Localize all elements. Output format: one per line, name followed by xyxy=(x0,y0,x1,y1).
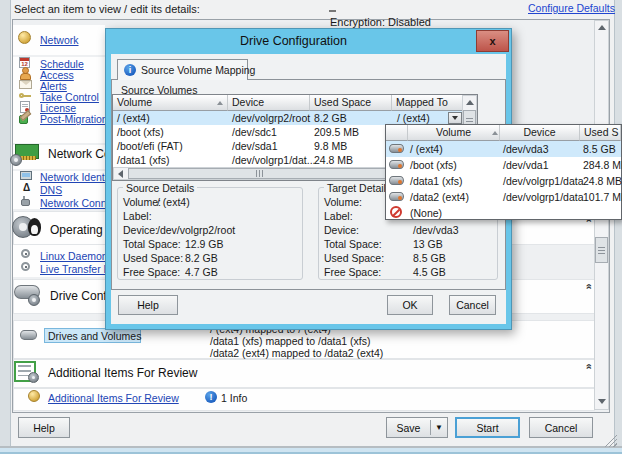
mapped-to-dropdown-button[interactable] xyxy=(448,112,462,124)
network-identification-icon xyxy=(20,171,32,180)
field-value: 4.5 GB xyxy=(413,266,446,278)
dropdown-column-volume[interactable]: Volume xyxy=(408,125,500,141)
column-header-device[interactable]: Device xyxy=(228,95,310,111)
dropdown-column-used[interactable]: Used S xyxy=(580,125,621,141)
field-label: Volume: xyxy=(324,196,362,208)
tab-source-volume-mapping[interactable]: i Source Volume Mapping xyxy=(117,59,248,80)
save-dropdown-arrow-icon[interactable]: ▼ xyxy=(431,423,447,432)
option-used: 8.5 GB xyxy=(583,142,616,156)
field-value: 13 GB xyxy=(413,238,443,250)
drives-and-volumes-label: Drives and Volumes xyxy=(48,330,141,342)
field-label: Free Space: xyxy=(324,266,381,278)
sidebar-item-post-migration[interactable]: Post-Migration xyxy=(40,113,108,125)
option-volume: /data2 (ext4) xyxy=(410,190,469,204)
sidebar-item-drives-and-volumes[interactable]: Drives and Volumes xyxy=(44,328,141,343)
sidebar-item-dns[interactable]: DNS xyxy=(40,184,62,196)
dialog-cancel-button[interactable]: Cancel xyxy=(449,295,496,315)
field-label: Label: xyxy=(123,210,152,222)
cell-volume: / (ext4) xyxy=(117,111,150,125)
option-volume: /boot (xfs) xyxy=(410,158,457,172)
column-header-volume[interactable]: Volume xyxy=(113,95,228,111)
list-hscroll-left-icon[interactable] xyxy=(113,167,127,180)
cell-device: /dev/volgrp1/dat... xyxy=(232,153,315,167)
sort-ascending-icon xyxy=(492,131,498,135)
option-volume: / (ext4) xyxy=(410,142,443,156)
cell-used: 8.2 GB xyxy=(314,111,347,125)
cell-volume: /data1 (xfs) xyxy=(117,153,170,167)
save-button[interactable]: Save xyxy=(387,422,430,434)
cell-mapped-to: / (ext4) xyxy=(397,111,430,125)
dialog-ok-button[interactable]: OK xyxy=(387,295,433,315)
tab-label: Source Volume Mapping xyxy=(141,64,255,76)
field-label: Used Space: xyxy=(123,252,183,264)
disk-icon xyxy=(389,192,404,201)
close-icon[interactable]: x xyxy=(476,30,509,52)
dropdown-option-none[interactable]: (None) xyxy=(386,205,621,221)
option-device: /dev/volgrp1/data xyxy=(503,174,584,188)
window-frame-right xyxy=(614,0,622,454)
disk-icon xyxy=(389,144,404,153)
dropdown-option[interactable]: /data2 (ext4) /dev/volgrp1/data 101.7 MB xyxy=(386,189,621,205)
sidebar-item-live-transfer[interactable]: Live Transfer D xyxy=(40,263,111,275)
collapse-section-icon[interactable]: » xyxy=(583,281,594,293)
cell-volume: /boot (xfs) xyxy=(117,125,164,139)
dialog-title: Drive Configuration xyxy=(106,34,481,48)
sidebar-item-network-identification[interactable]: Network Identi xyxy=(40,171,107,183)
cell-volume: /boot/efi (FAT) xyxy=(117,139,183,153)
dropdown-column-device[interactable]: Device xyxy=(500,125,580,141)
dns-icon: Δ xyxy=(23,183,30,193)
dropdown-option[interactable]: / (ext4) /dev/vda3 8.5 GB xyxy=(386,141,621,157)
collapse-section-icon[interactable]: » xyxy=(583,361,594,373)
field-value: / (ext4) xyxy=(157,196,190,208)
resize-grip[interactable] xyxy=(603,433,617,447)
option-volume: (None) xyxy=(410,206,442,220)
option-device: /dev/volgrp1/data xyxy=(503,190,584,204)
page-instruction: Select an item to view / edit its detail… xyxy=(14,3,200,16)
field-value: /dev/volgrp2/root xyxy=(157,224,235,236)
table-row[interactable]: / (ext4) /dev/volgrp2/root 8.2 GB / (ext… xyxy=(113,111,463,125)
sidebar-item-network[interactable]: Network xyxy=(40,34,79,46)
disk-icon xyxy=(389,160,404,169)
sidebar-item-linux-daemons[interactable]: Linux Daemons xyxy=(40,250,113,262)
disk-icon xyxy=(389,176,404,185)
option-used: 284.8 MB xyxy=(583,158,622,172)
additional-items-gear-icon xyxy=(28,372,39,383)
list-hscroll-thumb[interactable] xyxy=(128,168,391,179)
option-used: 24.8 MB xyxy=(583,174,622,188)
sidebar-item-network-connections[interactable]: Network Conne xyxy=(40,197,112,209)
dropdown-option[interactable]: /boot (xfs) /dev/vda1 284.8 MB xyxy=(386,157,621,173)
column-header-mapped-to[interactable]: Mapped To xyxy=(392,95,463,111)
help-button[interactable]: Help xyxy=(18,417,70,438)
cell-device: /dev/volgrp2/root xyxy=(232,111,310,125)
dialog-help-button[interactable]: Help xyxy=(118,295,178,315)
info-badge: 1 Info xyxy=(221,392,247,404)
start-button[interactable]: Start xyxy=(455,417,520,438)
sidebar-item-additional-items[interactable]: Additional Items For Review xyxy=(48,392,179,404)
tux-penguin-icon xyxy=(28,218,41,236)
field-label: Free Space: xyxy=(123,266,180,278)
configure-defaults-link[interactable]: Configure Defaults xyxy=(528,2,615,14)
field-label: Label: xyxy=(324,210,353,222)
cell-used: 24.8 MB xyxy=(314,153,353,167)
panel-scrollbar-thumb[interactable] xyxy=(595,237,608,263)
cell-device: /dev/sdc1 xyxy=(232,125,277,139)
column-header-used-space[interactable]: Used Space xyxy=(310,95,392,111)
list-vscroll-up-icon[interactable] xyxy=(462,95,477,109)
network-icon xyxy=(18,31,31,44)
source-details-label: Source Details xyxy=(123,182,197,194)
save-split-button[interactable]: Save ▼ xyxy=(386,417,448,438)
info-badge-icon: ! xyxy=(205,391,217,403)
access-icon xyxy=(19,67,31,79)
field-label: Volume: xyxy=(123,196,161,208)
field-label: Total Space: xyxy=(123,238,181,250)
dropdown-option[interactable]: /data1 (xfs) /dev/volgrp1/data 24.8 MB xyxy=(386,173,621,189)
none-prohibited-icon xyxy=(390,206,402,218)
section-header-additional-items[interactable]: Additional Items For Review xyxy=(48,366,197,380)
field-label: Device: xyxy=(324,224,359,236)
truncated-text-fragment xyxy=(329,10,336,12)
panel-scrollbar-down-icon[interactable] xyxy=(594,394,609,409)
dropdown-column-icon[interactable] xyxy=(386,125,408,141)
panel-scrollbar-up-icon[interactable] xyxy=(594,20,609,35)
window-frame-left xyxy=(0,0,11,454)
cancel-button[interactable]: Cancel xyxy=(529,417,593,438)
